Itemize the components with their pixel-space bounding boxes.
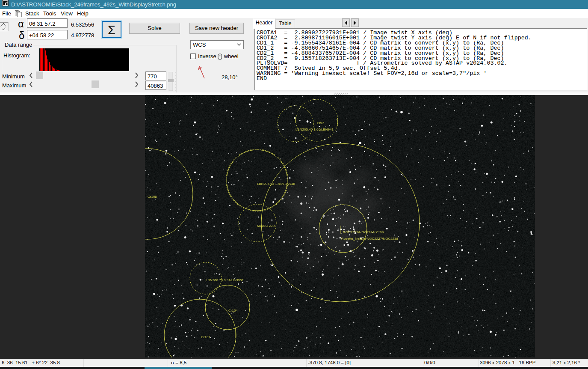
svg-text:LBN206.73 0.91/LBN951: LBN206.73 0.91/LBN951	[206, 278, 244, 282]
svg-text:Cr104: Cr104	[228, 309, 238, 312]
svg-text:NGC2239/NGC2244/ Cr99: NGC2239/NGC2244/ Cr99	[343, 230, 384, 234]
svg-text:Rosette_Nebula/NGC2237/NGC2238: Rosette_Nebula/NGC2237/NGC2238	[341, 237, 399, 241]
svg-text:LBN205.93 1.44/LBN948: LBN205.93 1.44/LBN948	[257, 182, 295, 186]
svg-text:MWSC 20-4: MWSC 20-4	[257, 224, 276, 228]
svg-text:Cl97: Cl97	[317, 121, 324, 125]
svg-text:LBN205.46 1.66/LBN941: LBN205.46 1.66/LBN941	[295, 128, 334, 131]
svg-text:Cr107: Cr107	[201, 335, 210, 339]
svg-text:Cr106: Cr106	[148, 195, 157, 199]
